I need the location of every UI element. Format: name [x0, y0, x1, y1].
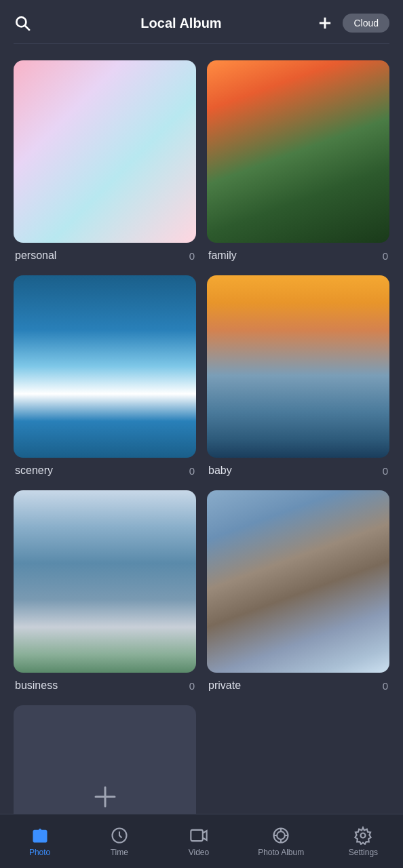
album-info-private: private 0: [207, 679, 389, 692]
add-new-album-icon: [89, 781, 121, 813]
album-name-personal: personal: [15, 250, 56, 262]
svg-point-0: [16, 17, 26, 26]
nav-label-settings: Settings: [349, 848, 378, 857]
nav-item-video[interactable]: Video: [178, 826, 219, 857]
svg-point-8: [277, 831, 285, 840]
thumb-overlay-business: [14, 490, 196, 673]
album-thumb-baby: [207, 275, 389, 458]
album-info-baby: baby 0: [207, 465, 389, 477]
album-thumb-family: [207, 60, 389, 243]
album-item-scenery[interactable]: scenery 0: [14, 275, 196, 477]
album-count-private: 0: [383, 680, 388, 692]
header-right: Cloud: [308, 14, 389, 33]
search-icon[interactable]: [14, 14, 31, 32]
album-item-private[interactable]: private 0: [207, 490, 389, 692]
thumb-overlay-family: [207, 60, 389, 243]
thumb-overlay-scenery: [14, 275, 196, 458]
thumb-overlay-baby: [207, 275, 389, 458]
album-count-scenery: 0: [189, 465, 195, 477]
nav-item-photo-album[interactable]: Photo Album: [258, 826, 304, 857]
nav-label-time: Time: [111, 848, 128, 857]
album-name-scenery: scenery: [15, 465, 53, 477]
album-info-personal: personal 0: [14, 250, 196, 262]
album-name-baby: baby: [208, 465, 232, 477]
thumb-overlay-private: [207, 490, 389, 673]
photo-album-nav-icon: [271, 826, 290, 845]
album-info-business: business 0: [14, 679, 196, 692]
nav-label-video: Video: [189, 848, 209, 857]
page-title: Local Album: [140, 16, 221, 31]
svg-rect-7: [191, 829, 203, 840]
thumb-overlay-personal: [14, 60, 196, 243]
album-info-scenery: scenery 0: [14, 465, 196, 477]
svg-point-14: [361, 833, 366, 837]
album-item-personal[interactable]: personal 0: [14, 60, 196, 262]
album-name-private: private: [208, 679, 241, 692]
header-left: [14, 14, 54, 32]
photo-nav-icon: [31, 826, 50, 845]
album-item-family[interactable]: family 0: [207, 60, 389, 262]
album-item-baby[interactable]: baby 0: [207, 275, 389, 477]
album-count-family: 0: [383, 250, 388, 262]
video-nav-icon: [189, 826, 208, 845]
album-name-business: business: [15, 679, 58, 692]
settings-nav-icon: [353, 826, 372, 845]
album-info-family: family 0: [207, 250, 389, 262]
album-grid: personal 0 family 0 scenery 0 baby 0: [0, 44, 403, 868]
album-name-family: family: [208, 250, 237, 262]
time-nav-icon: [110, 826, 129, 845]
album-thumb-personal: [14, 60, 196, 243]
album-count-personal: 0: [189, 250, 195, 262]
nav-item-photo[interactable]: Photo: [20, 826, 60, 857]
bottom-nav: Photo Time Video Photo Album: [0, 814, 403, 868]
album-thumb-private: [207, 490, 389, 673]
add-album-icon[interactable]: [315, 14, 334, 33]
album-thumb-business: [14, 490, 196, 673]
header: Local Album Cloud: [0, 0, 403, 43]
nav-label-photo-album: Photo Album: [258, 848, 304, 857]
nav-label-photo: Photo: [29, 848, 50, 857]
album-count-baby: 0: [383, 465, 388, 477]
album-thumb-scenery: [14, 275, 196, 458]
album-count-business: 0: [189, 680, 195, 692]
nav-item-time[interactable]: Time: [99, 826, 140, 857]
album-item-business[interactable]: business 0: [14, 490, 196, 692]
cloud-button[interactable]: Cloud: [343, 14, 389, 33]
nav-item-settings[interactable]: Settings: [343, 826, 383, 857]
svg-line-1: [25, 26, 30, 31]
